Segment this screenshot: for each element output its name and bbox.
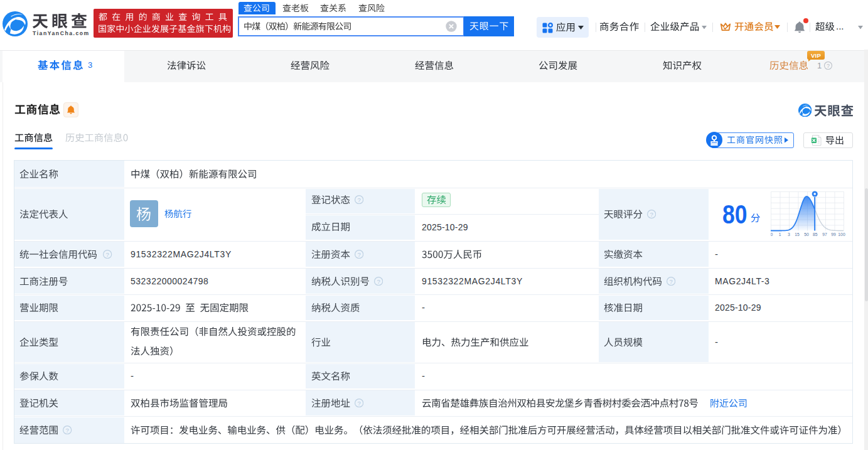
svg-text:?: ? — [357, 399, 360, 406]
svg-text:100: 100 — [838, 232, 845, 237]
svg-text:3: 3 — [788, 232, 790, 237]
svg-text:MAG2J4LT-3: MAG2J4LT-3 — [715, 276, 769, 286]
svg-text:91532322MAG2J4LT3Y: 91532322MAG2J4LT3Y — [131, 249, 232, 259]
svg-text:2025-10-29: 2025-10-29 — [715, 303, 761, 313]
svg-text:50: 50 — [804, 232, 809, 237]
svg-text:-: - — [715, 249, 718, 259]
svg-text:532322000024798: 532322000024798 — [131, 276, 208, 286]
svg-text:2025-10-29: 2025-10-29 — [422, 222, 468, 232]
svg-text:...: ... — [836, 21, 844, 31]
svg-text:?: ? — [650, 211, 653, 218]
svg-text:97: 97 — [822, 232, 827, 237]
svg-text:99: 99 — [831, 232, 836, 237]
svg-text:?: ? — [669, 277, 672, 284]
svg-text:3: 3 — [88, 60, 92, 70]
svg-text:?: ? — [357, 250, 360, 257]
svg-text:TianYanCha.com: TianYanCha.com — [33, 30, 90, 36]
svg-text:-: - — [131, 370, 134, 381]
svg-text:1: 1 — [779, 232, 781, 237]
svg-text:-: - — [422, 302, 425, 313]
svg-text:15: 15 — [795, 232, 800, 237]
svg-text:-: - — [715, 336, 718, 347]
svg-text:?: ? — [106, 250, 109, 257]
svg-text:?: ? — [357, 196, 360, 203]
svg-text:?: ? — [66, 426, 69, 433]
svg-text:1: 1 — [817, 61, 822, 70]
svg-text:85: 85 — [813, 232, 818, 237]
svg-text:80: 80 — [722, 199, 747, 229]
svg-text:?: ? — [377, 277, 380, 284]
svg-text:91532322MAG2J4LT3Y: 91532322MAG2J4LT3Y — [422, 276, 523, 286]
svg-text:0: 0 — [771, 232, 773, 237]
svg-text:?: ? — [826, 62, 829, 68]
svg-text:-: - — [422, 370, 425, 381]
svg-text:VIP: VIP — [811, 52, 821, 59]
